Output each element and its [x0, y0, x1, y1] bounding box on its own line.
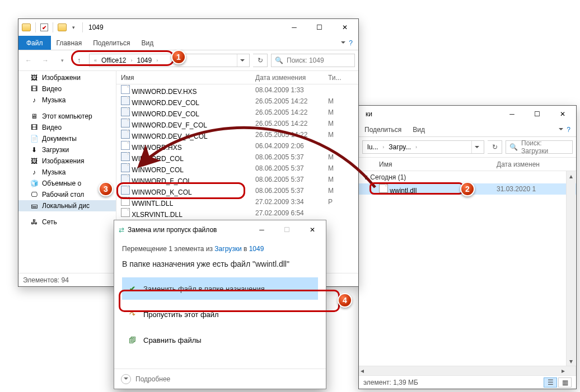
refresh-button[interactable]: ↻ [488, 140, 502, 154]
file-date: 27.02.2009 3:34 [251, 198, 324, 206]
breadcrumb[interactable]: Office12 [99, 54, 128, 67]
file-row[interactable]: WINWORD.HXS06.04.2009 2:06 [116, 140, 358, 152]
chevron-right-icon[interactable]: › [130, 58, 134, 63]
refresh-button[interactable]: ↻ [253, 54, 268, 67]
file-row[interactable]: WINWORD_COL08.06.2005 5:37M [116, 163, 358, 174]
nav-item[interactable]: 🖼Изображени [18, 72, 116, 83]
close-button[interactable]: ✕ [300, 222, 325, 238]
dialog-titlebar[interactable]: ⇄ Замена или пропуск файлов ─ ☐ ✕ [114, 220, 326, 239]
breadcrumb[interactable]: lu... [365, 141, 380, 153]
col-name[interactable]: Имя [116, 74, 251, 82]
history-dropdown[interactable]: ▾ [55, 54, 69, 67]
help-icon[interactable]: ? [349, 39, 353, 47]
breadcrumb[interactable]: 1049 [135, 54, 155, 67]
nav-item[interactable]: 🎞Видео [18, 122, 116, 133]
nav-item[interactable]: 🖼Изображения [18, 155, 116, 167]
column-headers[interactable]: Имя Дата изменения Ти... [116, 71, 358, 84]
chevron-right-icon[interactable]: › [155, 58, 159, 63]
option-skip[interactable]: ↷ Пропустить этот файл [122, 303, 318, 325]
tab-view[interactable]: Вид [407, 122, 431, 136]
minimize-button[interactable]: ─ [499, 106, 525, 122]
help-icon[interactable]: ? [567, 126, 570, 134]
target-link[interactable]: 1049 [249, 245, 264, 253]
back-button[interactable]: ← [22, 54, 35, 67]
scroll-down-icon[interactable]: ▾ [567, 356, 576, 366]
titlebar[interactable]: ки ─ ☐ ✕ [359, 106, 576, 122]
video-icon: 🎞 [30, 123, 39, 132]
minimize-button[interactable]: ─ [282, 20, 307, 35]
col-name[interactable]: Имя [375, 160, 492, 168]
tab-home[interactable]: Главная [51, 36, 88, 50]
file-date: 26.05.2005 14:22 [251, 97, 324, 105]
more-details[interactable]: Подробнее [135, 375, 170, 383]
file-row[interactable]: WINWORD.DEV.HXS08.04.2009 1:33 [116, 84, 358, 96]
qat-button[interactable]: ✔ [40, 23, 48, 31]
file-date: 08.06.2005 5:37 [251, 176, 324, 183]
nav-item[interactable]: 🖥Этот компьютер [18, 111, 116, 122]
file-icon [121, 208, 130, 217]
file-row[interactable]: WINWORD.DEV_F_COL26.05.2005 14:22M [116, 118, 358, 129]
file-row[interactable]: WINWORD_F_COL08.06.2005 5:37M [116, 174, 358, 185]
nav-item[interactable]: 🎞Видео [18, 83, 116, 95]
minimize-button[interactable]: ─ [249, 222, 274, 238]
nav-item[interactable]: 🧊Объемные о [18, 178, 116, 189]
address-dropdown[interactable] [237, 54, 247, 67]
col-modified[interactable]: Дата изменения [251, 74, 324, 82]
maximize-button[interactable]: ☐ [525, 106, 550, 122]
view-details-button[interactable]: ☰ [544, 377, 557, 388]
nav-item[interactable]: ♪Музыка [18, 167, 116, 178]
source-link[interactable]: Загрузки [214, 245, 241, 253]
tab-share[interactable]: Поделиться [87, 36, 135, 50]
file-row[interactable]: WINWORD_COL08.06.2005 5:37M [116, 152, 358, 163]
expand-button[interactable] [121, 374, 131, 384]
close-button[interactable]: ✕ [550, 106, 575, 122]
scrollbar-vertical[interactable]: ▴ ▾ [566, 171, 576, 366]
forward-button[interactable]: → [39, 54, 52, 67]
group-header[interactable]: ∨ Сегодня (1) [359, 171, 576, 183]
tab-view[interactable]: Вид [135, 36, 159, 50]
search-box[interactable]: 🔍 Поиск: Загрузки [506, 140, 573, 154]
file-icon [121, 163, 130, 172]
nav-item[interactable]: 🖴Локальный дис [18, 200, 116, 211]
nav-item[interactable]: 📄Документы [18, 133, 116, 144]
col-type[interactable]: Ти... [324, 74, 346, 82]
file-row[interactable]: XLSRVINTL.DLL27.02.2009 6:54 [116, 207, 358, 219]
file-row[interactable]: wwintl.dll31.03.2020 1 [359, 183, 576, 195]
scroll-up-icon[interactable]: ▴ [567, 171, 576, 181]
close-button[interactable]: ✕ [332, 20, 357, 35]
ribbon-collapse[interactable]: ? [553, 122, 576, 136]
breadcrumb[interactable]: Загру... [386, 141, 413, 153]
option-compare[interactable]: 🗐 Сравнить файлы [122, 329, 318, 351]
nav-item[interactable]: ⬇Загрузки [18, 144, 116, 155]
address-bar[interactable]: lu...› Загру...› [362, 140, 484, 154]
tab-share[interactable]: Поделиться [359, 122, 407, 136]
nav-item[interactable]: 🖵Рабочий стол [18, 189, 116, 200]
option-replace[interactable]: ✔ Заменить файл в папке назначения [122, 277, 318, 300]
column-headers[interactable]: Имя Дата изменен [359, 158, 576, 171]
maximize-button[interactable]: ☐ [307, 20, 332, 35]
address-dropdown[interactable] [471, 141, 481, 153]
chevron-right-icon[interactable]: › [414, 144, 418, 150]
nav-item[interactable]: ♪Музыка [18, 95, 116, 106]
address-bar[interactable]: « Office12 › 1049 › [89, 54, 250, 67]
search-box[interactable]: 🔍 Поиск: 1049 [271, 54, 355, 67]
chevron-right-icon[interactable]: › [381, 144, 385, 150]
file-date: 26.05.2005 14:22 [251, 120, 324, 127]
ribbon-collapse[interactable]: ? [335, 36, 358, 50]
qat-dropdown[interactable]: ▾ [69, 23, 78, 32]
col-modified[interactable]: Дата изменен [492, 160, 559, 168]
file-row[interactable]: WINWORD_K_COL08.06.2005 5:37M [116, 185, 358, 196]
file-row[interactable]: WINWORD.DEV_COL26.05.2005 14:22M [116, 107, 358, 118]
navigation-pane[interactable]: 🖼Изображени🎞Видео♪Музыка🖥Этот компьютер🎞… [18, 71, 116, 273]
up-button[interactable]: ↑ [72, 54, 86, 67]
scrollbar-horizontal[interactable]: ◂ ▸ [359, 366, 576, 375]
file-row[interactable]: WINWORD.DEV_COL26.05.2005 14:22M [116, 96, 358, 107]
nav-label: Видео [42, 124, 62, 131]
file-icon [121, 130, 130, 139]
tab-file[interactable]: Файл [18, 36, 51, 50]
titlebar[interactable]: ✔ ▾ 1049 ─ ☐ ✕ [18, 19, 358, 36]
file-row[interactable]: WINWORD.DEV_K_COL26.05.2005 14:22M [116, 129, 358, 140]
nav-item[interactable]: 🖧Сеть [18, 216, 116, 228]
view-icons-button[interactable]: ▦ [558, 377, 572, 388]
file-row[interactable]: WWINTL.DLL27.02.2009 3:34Р [116, 196, 358, 207]
